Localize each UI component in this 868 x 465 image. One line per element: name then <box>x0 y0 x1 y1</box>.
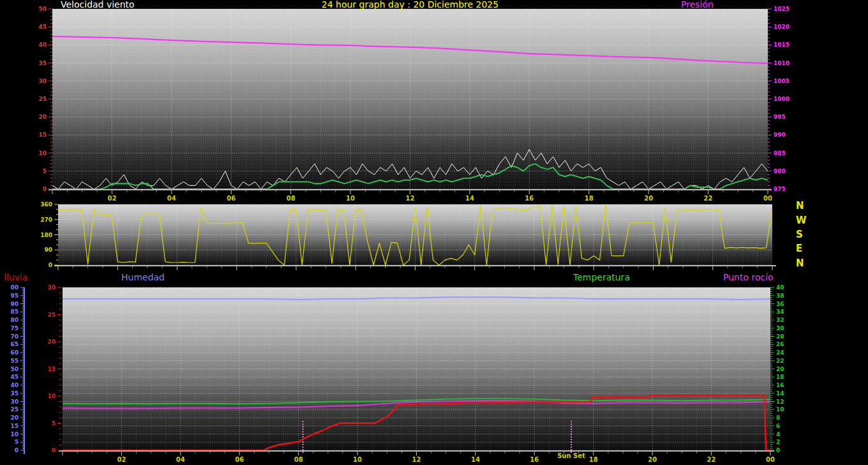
charts-canvas: 0204060810121416182022000510152025303540… <box>0 0 868 465</box>
y-tick-label: 995 <box>774 114 786 120</box>
y-tick-label: 14 <box>776 390 784 397</box>
y-tick-label: 22 <box>776 358 784 364</box>
wind-pressure-chart: 0204060810121416182022000510152025303540… <box>38 6 789 202</box>
y-tick-label: 0 <box>15 447 19 454</box>
y-tick-label: 40 <box>10 382 19 388</box>
y-tick-label: 70 <box>10 333 19 340</box>
y-tick-label: 20 <box>776 366 784 372</box>
y-tick-label: 10 <box>38 150 47 156</box>
pressure-title: Presión <box>681 0 714 10</box>
rain-legend-label: lluvia <box>4 273 27 282</box>
x-tick-label: 00 <box>763 195 772 202</box>
y-tick-label: 15 <box>47 366 56 372</box>
x-tick-label: 16 <box>525 195 534 202</box>
y-tick-label: 15 <box>10 423 19 429</box>
wind-direction-chart: 090180270360 <box>40 201 776 270</box>
y-tick-label: 10 <box>47 393 56 399</box>
y-tick-label: 50 <box>10 366 19 372</box>
y-tick-label: 32 <box>776 317 784 323</box>
x-tick-label: 22 <box>707 456 716 463</box>
x-tick-label: 04 <box>176 456 185 463</box>
y-tick-label: 985 <box>774 150 786 156</box>
y-tick-label: 24 <box>776 349 784 356</box>
y-tick-label: 26 <box>776 341 784 347</box>
y-tick-label: 30 <box>776 325 784 332</box>
y-tick-label: 45 <box>10 374 19 380</box>
x-tick-label: 04 <box>167 195 176 202</box>
y-tick-label: 10 <box>776 406 784 413</box>
y-tick-label: 0 <box>49 262 52 268</box>
y-tick-label: 1020 <box>774 24 789 30</box>
y-tick-label: 5 <box>43 168 47 174</box>
dew-point-legend-label: Punto rocío <box>723 273 774 282</box>
y-tick-label: 85 <box>10 309 19 315</box>
y-tick-label: 35 <box>38 60 47 66</box>
y-tick-label: 6 <box>776 423 780 429</box>
y-tick-label: 50 <box>38 6 47 12</box>
y-tick-label: 12 <box>776 399 784 405</box>
y-tick-label: 1000 <box>774 96 789 102</box>
x-tick-label: 06 <box>227 195 236 202</box>
y-tick-label: 25 <box>10 406 19 413</box>
temperature-legend-label: Temperatura <box>573 273 630 282</box>
y-tick-label: 30 <box>10 399 19 405</box>
compass-letter-e: E <box>796 244 802 254</box>
y-tick-label: 00 <box>10 284 19 291</box>
y-tick-label: 30 <box>38 78 47 84</box>
y-tick-label: 975 <box>774 186 786 192</box>
compass-letter-s: S <box>796 230 803 240</box>
y-tick-label: 0 <box>52 447 56 454</box>
x-tick-label: 02 <box>107 195 116 202</box>
y-tick-label: 75 <box>10 325 19 332</box>
x-tick-label: 20 <box>648 456 657 463</box>
y-tick-label: 8 <box>776 415 780 421</box>
y-tick-label: 1015 <box>774 42 789 48</box>
y-tick-label: 34 <box>776 309 784 315</box>
y-tick-label: 10 <box>10 431 19 438</box>
x-tick-label: 10 <box>346 195 355 202</box>
x-tick-label: 08 <box>287 195 296 202</box>
y-tick-label: 65 <box>10 341 19 347</box>
y-tick-label: 20 <box>38 114 47 120</box>
y-tick-label: 5 <box>52 420 56 427</box>
y-tick-label: 990 <box>774 132 786 138</box>
y-tick-label: 2 <box>776 439 780 445</box>
y-tick-label: 980 <box>774 168 786 174</box>
y-tick-label: 38 <box>776 293 784 299</box>
y-tick-label: 360 <box>40 201 52 208</box>
y-tick-label: 30 <box>47 284 56 291</box>
x-tick-label: 02 <box>117 456 126 463</box>
weather-24h-graph-screen: 0204060810121416182022000510152025303540… <box>0 0 868 465</box>
x-tick-label: 12 <box>412 456 421 463</box>
y-tick-label: 270 <box>40 217 52 223</box>
x-tick-label: 12 <box>406 195 415 202</box>
x-tick-label: 20 <box>644 195 653 202</box>
y-tick-label: 0 <box>776 447 780 454</box>
x-tick-label: 10 <box>353 456 362 463</box>
y-tick-label: 90 <box>10 301 19 307</box>
compass-letter-n-top: N <box>796 201 804 211</box>
y-tick-label: 90 <box>44 247 52 253</box>
x-tick-label: 00 <box>766 456 775 463</box>
sun-set-label: Sun Set <box>553 451 589 461</box>
y-tick-label: 25 <box>38 96 47 102</box>
y-tick-label: 0 <box>43 186 47 192</box>
y-tick-label: 28 <box>776 333 784 340</box>
y-tick-label: 40 <box>776 284 784 291</box>
y-tick-label: 16 <box>776 382 784 388</box>
y-tick-label: 95 <box>10 293 19 299</box>
y-tick-label: 35 <box>10 390 19 397</box>
x-tick-label: 06 <box>235 456 244 463</box>
x-tick-label: 14 <box>471 456 480 463</box>
x-tick-label: 14 <box>465 195 474 202</box>
y-tick-label: 4 <box>776 431 780 438</box>
page-title: 24 hour graph day : 20 Diciembre 2025 <box>52 0 768 10</box>
y-tick-label: 25 <box>47 312 56 318</box>
y-tick-label: 20 <box>47 339 56 345</box>
x-tick-label: 18 <box>585 195 594 202</box>
x-tick-label: 16 <box>530 456 539 463</box>
x-tick-label: 18 <box>589 456 598 463</box>
y-tick-label: 15 <box>38 132 47 138</box>
y-tick-label: 180 <box>40 232 52 238</box>
compass-letter-n-bottom: N <box>796 259 804 268</box>
